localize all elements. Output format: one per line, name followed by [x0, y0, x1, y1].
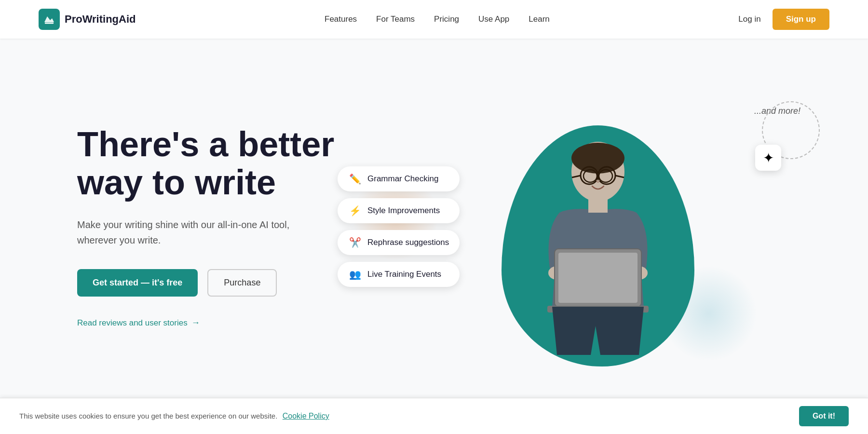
- nav-pricing[interactable]: Pricing: [434, 14, 459, 24]
- nav-links: Features For Teams Pricing Use App Learn: [325, 14, 550, 24]
- signup-button[interactable]: Sign up: [773, 9, 829, 30]
- cookie-message: This website uses cookies to ensure you …: [19, 412, 329, 420]
- pill-grammar-checking: ✏️ Grammar Checking: [338, 166, 460, 191]
- nav-use-app[interactable]: Use App: [478, 14, 509, 24]
- pill-live-training: 👥 Live Training Events: [338, 262, 460, 287]
- nav-features[interactable]: Features: [325, 14, 357, 24]
- cookie-bar: This website uses cookies to ensure you …: [0, 398, 868, 434]
- navbar: ProWritingAid Features For Teams Pricing…: [0, 0, 868, 39]
- logo-icon: [39, 9, 60, 30]
- training-label: Live Training Events: [367, 270, 441, 279]
- hero-right: ...and more! ✦: [366, 77, 829, 376]
- purchase-button[interactable]: Purchase: [207, 269, 277, 297]
- nav-for-teams[interactable]: For Teams: [376, 14, 415, 24]
- style-icon: ⚡: [348, 205, 362, 217]
- reviews-link[interactable]: Read reviews and user stories →: [77, 318, 366, 328]
- person-figure: [521, 123, 675, 366]
- svg-point-1: [571, 143, 624, 174]
- svg-rect-6: [558, 253, 637, 303]
- feature-pills: ✏️ Grammar Checking ⚡ Style Improvements…: [338, 166, 460, 287]
- hero-title: There's a better way to write: [77, 125, 366, 202]
- pill-rephrase-suggestions: ✂️ Rephrase suggestions: [338, 230, 460, 255]
- reviews-link-text: Read reviews and user stories: [77, 318, 188, 328]
- nav-actions: Log in Sign up: [738, 9, 829, 30]
- logo[interactable]: ProWritingAid: [39, 9, 136, 30]
- sparkle-badge: ✦: [755, 145, 781, 171]
- pill-style-improvements: ⚡ Style Improvements: [338, 198, 460, 223]
- person-illustration-area: [482, 87, 714, 366]
- nav-learn[interactable]: Learn: [529, 14, 549, 24]
- grammar-icon: ✏️: [348, 173, 362, 185]
- hero-left: There's a better way to write Make your …: [77, 125, 366, 328]
- cookie-policy-link[interactable]: Cookie Policy: [283, 412, 329, 420]
- grammar-label: Grammar Checking: [367, 174, 438, 184]
- brand-name: ProWritingAid: [65, 13, 136, 26]
- arrow-right-icon: →: [191, 318, 200, 328]
- rephrase-icon: ✂️: [348, 237, 362, 248]
- cookie-text: This website uses cookies to ensure you …: [19, 412, 277, 420]
- training-icon: 👥: [348, 269, 362, 280]
- style-label: Style Improvements: [367, 206, 440, 216]
- svg-rect-2: [588, 198, 608, 213]
- rephrase-label: Rephrase suggestions: [367, 238, 449, 247]
- hero-section: There's a better way to write Make your …: [0, 39, 868, 405]
- get-started-button[interactable]: Get started — it's free: [77, 269, 198, 297]
- login-button[interactable]: Log in: [738, 14, 760, 24]
- got-it-button[interactable]: Got it!: [799, 406, 849, 426]
- hero-subtitle: Make your writing shine with our all-in-…: [77, 217, 309, 248]
- hero-buttons: Get started — it's free Purchase: [77, 269, 366, 297]
- sparkle-icon: ✦: [763, 150, 774, 166]
